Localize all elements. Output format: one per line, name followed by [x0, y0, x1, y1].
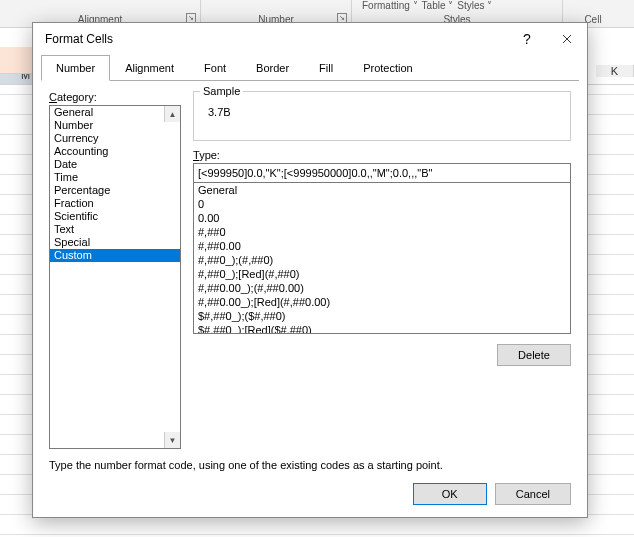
type-item[interactable]: 0 — [194, 197, 570, 211]
tab-alignment[interactable]: Alignment — [110, 55, 189, 81]
cancel-button[interactable]: Cancel — [495, 483, 571, 505]
tab-number[interactable]: Number — [41, 55, 110, 81]
category-item[interactable]: Time — [50, 171, 180, 184]
type-item[interactable]: General — [194, 183, 570, 197]
tab-font[interactable]: Font — [189, 55, 241, 81]
sample-label: Sample — [200, 85, 243, 97]
ribbon-formatting-btn[interactable]: Formatting ˅ — [362, 0, 418, 11]
tab-fill[interactable]: Fill — [304, 55, 348, 81]
chevron-down-icon: ˅ — [487, 0, 492, 11]
type-item[interactable]: #,##0.00 — [194, 239, 570, 253]
scroll-up-icon[interactable]: ▲ — [164, 106, 180, 122]
dialog-title: Format Cells — [45, 32, 113, 46]
type-item[interactable]: $#,##0_);[Red]($#,##0) — [194, 323, 570, 334]
category-item[interactable]: Accounting — [50, 145, 180, 158]
chevron-down-icon: ˅ — [448, 0, 453, 11]
close-button[interactable] — [547, 23, 587, 55]
category-listbox[interactable]: ▲ General Number Currency Accounting Dat… — [49, 105, 181, 449]
category-item[interactable]: Number — [50, 119, 180, 132]
tab-border[interactable]: Border — [241, 55, 304, 81]
tabs: Number Alignment Font Border Fill Protec… — [33, 55, 587, 81]
category-item[interactable]: Scientific — [50, 210, 180, 223]
type-item[interactable]: #,##0 — [194, 225, 570, 239]
ribbon-styles-btn[interactable]: Styles ˅ — [457, 0, 492, 11]
format-cells-dialog: Format Cells ? Number Alignment Font Bor… — [32, 22, 588, 518]
types-listbox[interactable]: General 0 0.00 #,##0 #,##0.00 #,##0_);(#… — [193, 182, 571, 334]
type-item[interactable]: #,##0.00_);(#,##0.00) — [194, 281, 570, 295]
info-text: Type the number format code, using one o… — [33, 459, 587, 471]
sample-box: Sample 3.7B — [193, 91, 571, 141]
type-input[interactable] — [193, 163, 571, 183]
type-item[interactable]: #,##0.00_);[Red](#,##0.00) — [194, 295, 570, 309]
category-item[interactable]: Currency — [50, 132, 180, 145]
type-item[interactable]: $#,##0_);($#,##0) — [194, 309, 570, 323]
type-label: Type: — [193, 149, 571, 161]
titlebar: Format Cells ? — [33, 23, 587, 55]
category-item[interactable]: Special — [50, 236, 180, 249]
category-item[interactable]: Percentage — [50, 184, 180, 197]
help-button[interactable]: ? — [507, 23, 547, 55]
category-item[interactable]: Fraction — [50, 197, 180, 210]
type-item[interactable]: #,##0_);[Red](#,##0) — [194, 267, 570, 281]
scroll-down-icon[interactable]: ▼ — [164, 432, 180, 448]
tab-protection[interactable]: Protection — [348, 55, 428, 81]
close-icon — [562, 34, 572, 44]
category-label: Category: — [49, 91, 181, 103]
type-item[interactable]: 0.00 — [194, 211, 570, 225]
ribbon-table-btn[interactable]: Table ˅ — [422, 0, 454, 11]
chevron-down-icon: ˅ — [413, 0, 418, 11]
category-item[interactable]: General — [50, 106, 180, 119]
delete-button[interactable]: Delete — [497, 344, 571, 366]
type-item[interactable]: #,##0_);(#,##0) — [194, 253, 570, 267]
category-item[interactable]: Text — [50, 223, 180, 236]
sample-value: 3.7B — [200, 94, 564, 130]
ok-button[interactable]: OK — [413, 483, 487, 505]
category-item-selected[interactable]: Custom — [50, 249, 180, 262]
category-item[interactable]: Date — [50, 158, 180, 171]
